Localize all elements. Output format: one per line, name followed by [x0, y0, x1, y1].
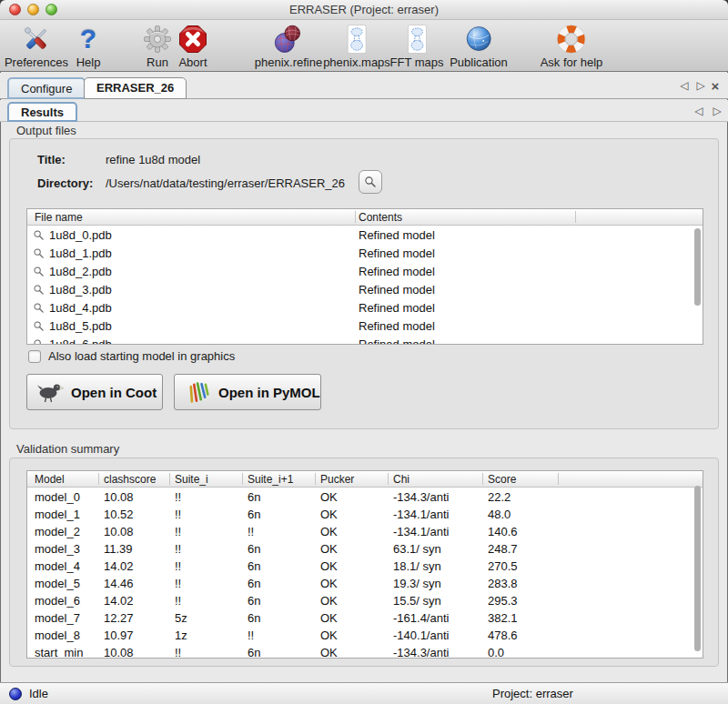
tab-results[interactable]: Results	[7, 102, 77, 122]
validation-table[interactable]: Model clashscore Suite_i Suite_i+1 Pucke…	[26, 470, 703, 659]
zoom-window-button[interactable]	[46, 4, 57, 15]
file-contents-cell: Refined model	[359, 228, 435, 242]
pucker-cell: OK	[320, 593, 338, 607]
column-header-clashscore[interactable]: clashscore	[104, 473, 156, 486]
chi-cell: 18.1/ syn	[393, 558, 441, 572]
toolbar-button-phenix-refine[interactable]: phenix.refine	[255, 23, 322, 69]
validation-table-row[interactable]: model_3 11.39 !! 6n OK 63.1/ syn 248.7	[27, 539, 703, 557]
toolbar-button-run[interactable]: Run	[142, 23, 173, 69]
file-table-row[interactable]: 1u8d_0.pdb Refined model	[27, 226, 703, 244]
tab-scroll-right-icon[interactable]: ▷	[693, 73, 708, 99]
file-table-row[interactable]: 1u8d_3.pdb Refined model	[27, 280, 703, 298]
file-table-row[interactable]: 1u8d_1.pdb Refined model	[27, 244, 703, 262]
subtab-scroll-left-icon[interactable]: ◁	[692, 100, 706, 122]
validation-table-row[interactable]: model_4 14.02 !! 6n OK 18.1/ syn 270.5	[27, 557, 703, 574]
pucker-cell: OK	[320, 645, 338, 659]
magnifier-icon	[364, 176, 377, 188]
validation-table-row[interactable]: model_7 12.27 5z 6n OK -161.4/anti 382.1	[27, 608, 703, 626]
tab-erraser-26[interactable]: ERRASER_26	[84, 77, 187, 99]
close-window-button[interactable]	[9, 4, 21, 15]
toolbar-label: phenix.refine	[255, 55, 322, 69]
title-value: refine 1u8d model	[106, 153, 200, 166]
subtab-scroll-right-icon[interactable]: ▷	[710, 100, 724, 122]
tab-close-icon[interactable]: ×	[708, 73, 723, 99]
toolbar-button-abort[interactable]: Abort	[177, 23, 208, 69]
chi-cell: -134.1/anti	[393, 507, 449, 520]
file-table-scrollbar[interactable]	[694, 228, 701, 306]
toolbar-button-publication[interactable]: Publication	[450, 23, 508, 69]
titlebar[interactable]: ERRASER (Project: erraser)	[0, 0, 728, 20]
open-in-pymol-button[interactable]: Open in PyMOL	[174, 374, 321, 410]
load-starting-model-label: Also load starting model in graphics	[48, 349, 235, 363]
traffic-lights	[9, 4, 57, 15]
file-table-row[interactable]: 1u8d_4.pdb Refined model	[27, 298, 703, 317]
column-header-contents[interactable]: Contents	[359, 211, 402, 224]
output-files-table[interactable]: File name Contents 1u8d_0.pdb Refined mo…	[26, 208, 703, 345]
column-header-score[interactable]: Score	[488, 473, 516, 486]
model-cell: model_3	[35, 541, 80, 555]
output-files-groupbox: Title: refine 1u8d model Directory: /Use…	[9, 138, 719, 429]
tab-configure[interactable]: Configure	[7, 77, 86, 99]
file-table-row[interactable]: 1u8d_6.pdb Refined model	[27, 335, 703, 345]
toolbar-label: Help	[76, 55, 101, 69]
pucker-cell: OK	[320, 610, 338, 624]
file-table-header[interactable]: File name Contents	[27, 209, 703, 226]
minimize-window-button[interactable]	[27, 4, 39, 15]
column-divider	[169, 473, 170, 485]
suite-i1-cell: 6n	[248, 610, 260, 624]
clashscore-cell: 10.08	[104, 645, 134, 659]
file-name-cell: 1u8d_5.pdb	[49, 319, 112, 333]
file-table-row[interactable]: 1u8d_2.pdb Refined model	[27, 262, 703, 280]
column-header-pucker[interactable]: Pucker	[320, 473, 354, 486]
column-header-suite-i1[interactable]: Suite_i+1	[248, 473, 293, 486]
file-name-cell: 1u8d_0.pdb	[49, 228, 112, 242]
model-cell: model_5	[35, 576, 80, 589]
toolbar-button-phenix-maps[interactable]: phenix.maps	[323, 23, 390, 69]
file-table-row[interactable]: 1u8d_5.pdb Refined model	[27, 317, 703, 335]
suite-i1-cell: 6n	[248, 541, 260, 555]
clashscore-cell: 14.46	[104, 576, 134, 589]
column-divider	[242, 473, 243, 485]
toolbar-button-help[interactable]: ? Help	[76, 23, 101, 69]
score-cell: 295.3	[488, 593, 518, 607]
toolbar-label: Publication	[450, 55, 508, 69]
file-name-cell: 1u8d_2.pdb	[49, 265, 112, 278]
model-cell: model_7	[35, 610, 80, 624]
open-in-coot-label: Open in Coot	[71, 385, 157, 400]
score-cell: 48.0	[488, 507, 511, 520]
validation-table-row[interactable]: model_8 10.97 1z !! OK -140.1/anti 478.6	[27, 626, 703, 643]
validation-table-row[interactable]: start_min 10.08 !! 6n OK -134.3/anti 0.0	[27, 643, 703, 659]
magnifier-icon	[33, 319, 45, 331]
toolbar-label: Abort	[177, 55, 208, 69]
load-starting-model-checkbox[interactable]	[28, 350, 41, 363]
validation-table-row[interactable]: model_0 10.08 !! 6n OK -134.3/anti 22.2	[27, 488, 703, 505]
status-text: Idle	[29, 687, 48, 700]
column-header-chi[interactable]: Chi	[393, 473, 410, 486]
model-cell: model_0	[35, 489, 80, 503]
toolbar-label: Run	[142, 55, 173, 69]
browse-directory-button[interactable]	[359, 170, 382, 194]
validation-table-header[interactable]: Model clashscore Suite_i Suite_i+1 Pucke…	[27, 471, 703, 488]
clashscore-cell: 10.97	[104, 628, 134, 641]
validation-table-row[interactable]: model_5 14.46 !! 6n OK 19.3/ syn 283.8	[27, 574, 703, 591]
validation-table-scrollbar[interactable]	[694, 486, 701, 651]
magnifier-icon	[33, 337, 45, 345]
toolbar-button-ask-for-help[interactable]: Ask for help	[541, 23, 603, 69]
toolbar-button-preferences[interactable]: Preferences	[5, 23, 68, 69]
validation-table-row[interactable]: model_2 10.08 !! !! OK -134.1/anti 140.6	[27, 522, 703, 539]
open-in-coot-button[interactable]: Open in Coot	[26, 374, 163, 410]
validation-table-row[interactable]: model_6 14.02 !! 6n OK 15.5/ syn 295.3	[27, 591, 703, 608]
toolbar-button-fft-maps[interactable]: FFT maps	[390, 23, 444, 69]
phenix-refine-icon	[255, 23, 322, 55]
column-header-suite-i[interactable]: Suite_i	[175, 473, 208, 486]
tab-scroll-left-icon[interactable]: ◁	[677, 73, 692, 99]
column-header-file-name[interactable]: File name	[35, 211, 83, 224]
clashscore-cell: 12.27	[104, 610, 134, 624]
score-cell: 248.7	[488, 541, 518, 555]
column-header-model[interactable]: Model	[35, 473, 65, 486]
suite-i1-cell: 6n	[248, 645, 260, 659]
chi-cell: -134.1/anti	[393, 524, 449, 538]
validation-table-row[interactable]: model_1 10.52 !! 6n OK -134.1/anti 48.0	[27, 505, 703, 522]
pucker-cell: OK	[320, 541, 338, 555]
score-cell: 140.6	[488, 524, 518, 538]
